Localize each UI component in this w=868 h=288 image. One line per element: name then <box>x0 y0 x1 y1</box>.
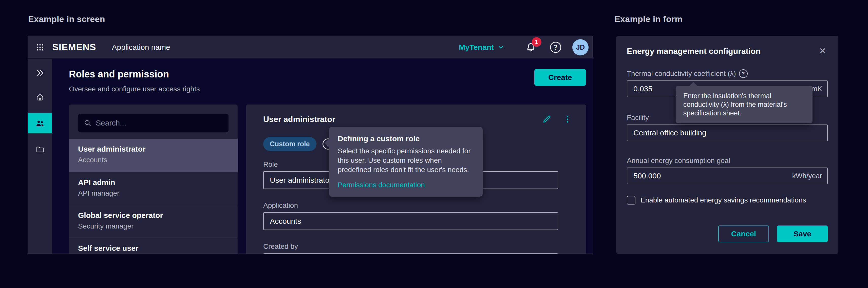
role-item-subtitle: Accounts <box>78 156 228 164</box>
double-chevron-right-icon <box>36 69 44 77</box>
kebab-menu-icon[interactable] <box>563 115 572 123</box>
role-list-item[interactable]: API admin API manager <box>69 172 238 205</box>
create-button[interactable]: Create <box>534 69 586 86</box>
search-input[interactable] <box>96 119 223 127</box>
page-title: Roles and permission <box>69 68 200 80</box>
created-by-field-input[interactable] <box>263 253 558 254</box>
notifications-button[interactable]: 1 <box>523 39 539 56</box>
main-content: Roles and permission Oversee and configu… <box>52 59 593 254</box>
role-detail-card: User administrator <box>246 105 586 254</box>
roles-list-card: User administrator Accounts API admin AP… <box>69 105 238 254</box>
created-by-field-label: Created by <box>263 242 572 251</box>
edit-pencil-icon[interactable] <box>542 114 552 124</box>
custom-role-badge: Custom role <box>263 137 316 151</box>
grid-icon <box>36 43 44 51</box>
sidebar-item-home[interactable] <box>28 89 52 106</box>
page-subtitle: Oversee and configure user access rights <box>69 85 200 94</box>
dialog-title: Energy management configuration <box>627 46 761 56</box>
facility-field-label: Facility <box>627 113 649 122</box>
permissions-documentation-link[interactable]: Permissions documentation <box>338 181 425 189</box>
checkbox-label: Enable automated energy savings recommen… <box>641 196 806 204</box>
sidebar-item-files[interactable] <box>28 141 52 158</box>
checkbox-unchecked[interactable] <box>627 196 636 205</box>
help-button[interactable]: ? <box>548 39 564 56</box>
app-screen: SIEMENS Application name MyTenant 1 <box>28 36 593 254</box>
cancel-button[interactable]: Cancel <box>718 225 769 242</box>
thermal-help-icon[interactable]: ? <box>739 69 748 78</box>
home-icon <box>35 93 44 102</box>
tooltip-arrow-up <box>689 82 698 86</box>
role-item-subtitle: API manager <box>78 189 228 197</box>
section-title-form: Example in form <box>614 14 683 24</box>
facility-field-input[interactable] <box>627 124 828 141</box>
annual-goal-unit: kWh/year <box>792 172 822 180</box>
tooltip-title: Defining a custom role <box>338 134 474 143</box>
role-item-title: API admin <box>78 178 228 187</box>
detail-title: User administrator <box>263 115 336 124</box>
question-circle-icon: ? <box>550 42 561 53</box>
screen-body: Roles and permission Oversee and configu… <box>28 59 593 254</box>
role-list-item[interactable]: Global service operator Security manager <box>69 205 238 238</box>
thermal-tooltip: Enter the insulation's thermal conductiv… <box>676 86 812 123</box>
role-list-item[interactable]: Self service user <box>69 238 238 254</box>
user-avatar[interactable]: JD <box>572 39 589 56</box>
tooltip-body: Select the specific permissions needed f… <box>338 146 474 174</box>
search-icon <box>84 119 92 127</box>
role-item-title: User administrator <box>78 145 228 154</box>
section-title-screen: Example in screen <box>28 14 105 24</box>
role-list-item[interactable]: User administrator Accounts <box>69 139 238 172</box>
role-item-title: Self service user <box>78 244 228 253</box>
search-box <box>78 114 228 132</box>
folder-icon <box>35 145 44 154</box>
tenant-name: MyTenant <box>459 43 494 51</box>
thermal-field-label: Thermal conductivity coefficient (λ) <box>627 69 736 78</box>
close-icon[interactable]: ✕ <box>817 46 828 56</box>
application-field-label: Application <box>263 201 572 210</box>
notification-badge: 1 <box>532 37 541 47</box>
tooltip-arrow-left <box>325 139 329 147</box>
application-name: Application name <box>112 43 170 51</box>
sidebar-collapse-button[interactable] <box>28 65 52 81</box>
tooltip-text: Enter the insulation's thermal conductiv… <box>683 92 805 117</box>
annual-goal-field-label: Annual energy consumption goal <box>627 156 730 165</box>
sidebar <box>28 59 52 254</box>
sidebar-item-roles[interactable] <box>28 113 52 133</box>
page: Example in screen Example in form SIEMEN… <box>0 0 868 288</box>
siemens-logo: SIEMENS <box>52 42 96 52</box>
role-item-title: Global service operator <box>78 211 228 220</box>
recommendations-checkbox-row[interactable]: Enable automated energy savings recommen… <box>627 196 828 205</box>
app-header: SIEMENS Application name MyTenant 1 <box>28 36 593 59</box>
application-field-input[interactable] <box>263 212 558 230</box>
chevron-down-icon <box>497 44 504 51</box>
role-list: User administrator Accounts API admin AP… <box>69 139 238 254</box>
role-item-subtitle: Security manager <box>78 222 228 230</box>
save-button[interactable]: Save <box>777 225 828 242</box>
energy-form-dialog: Energy management configuration ✕ Therma… <box>616 36 838 254</box>
users-icon <box>35 118 45 128</box>
app-launcher-button[interactable] <box>28 36 52 59</box>
tenant-selector[interactable]: MyTenant <box>459 43 504 51</box>
custom-role-tooltip: Defining a custom role Select the specif… <box>329 127 483 196</box>
